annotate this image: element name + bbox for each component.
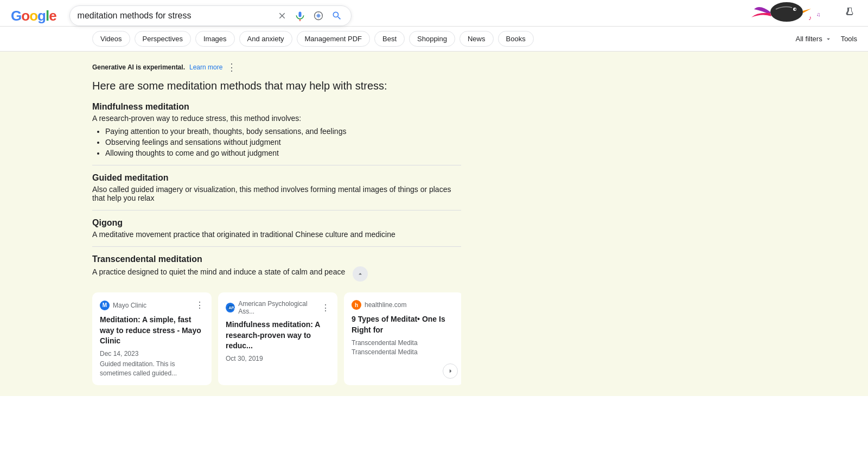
method-mindfulness: Mindfulness meditation A research-proven… (92, 102, 461, 157)
card-header-apa: APA American Psychological Ass... ⋮ (226, 300, 330, 315)
ai-title: Here are some meditation methods that ma… (92, 80, 857, 92)
source-snippet-healthline: Transcendental Medita Transcendental Med… (352, 339, 456, 357)
method-name-3: Qigong (92, 218, 461, 228)
source-more-mayo[interactable]: ⋮ (195, 300, 204, 310)
ai-experimental-text: Generative AI is experimental. (92, 63, 185, 71)
svg-point-5 (795, 9, 796, 10)
method-desc-4: A practice designed to quiet the mind an… (92, 267, 345, 276)
method-desc-2: Also called guided imagery or visualizat… (92, 185, 461, 202)
voice-search-button[interactable] (293, 9, 307, 22)
method-guided: Guided meditation Also called guided ima… (92, 173, 461, 202)
source-title-healthline: 9 Types of Meditat• One Is Right for (352, 314, 456, 335)
lab-icon[interactable] (844, 7, 857, 23)
tools-button[interactable]: Tools (841, 35, 857, 43)
list-item: Paying attention to your breath, thought… (105, 127, 461, 136)
learn-more-link[interactable]: Learn more (189, 63, 222, 71)
svg-point-2 (770, 2, 803, 22)
source-name-healthline: healthline.com (365, 301, 406, 309)
doodle-decoration: ♪ ♫ (738, 1, 825, 30)
method-list-1: Paying attention to your breath, thought… (92, 127, 461, 157)
source-date-apa: Oct 30, 2019 (226, 355, 330, 362)
chip-images[interactable]: Images (195, 31, 235, 47)
source-title-mayo: Meditation: A simple, fast way to reduce… (100, 315, 204, 347)
method-desc-1: A research-proven way to reduce stress, … (92, 114, 461, 123)
svg-marker-3 (803, 9, 811, 13)
search-bar: meditation methods for stress (69, 5, 352, 26)
source-card-apa[interactable]: APA American Psychological Ass... ⋮ Mind… (218, 292, 337, 385)
search-input[interactable]: meditation methods for stress (78, 11, 272, 21)
divider-2 (92, 210, 461, 210)
source-logo-icon-apa: APA (226, 303, 235, 312)
source-card-healthline[interactable]: h healthline.com 9 Types of Meditat• One… (344, 292, 461, 385)
list-item: Allowing thoughts to come and go without… (105, 149, 461, 157)
ai-more-button[interactable]: ⋮ (227, 62, 237, 72)
chip-best[interactable]: Best (374, 31, 405, 47)
svg-text:♪: ♪ (808, 14, 812, 22)
ai-section: Generative AI is experimental. Learn mor… (0, 52, 868, 396)
card-header-healthline: h healthline.com (352, 300, 456, 310)
method-name-1: Mindfulness meditation (92, 102, 461, 112)
ai-content: Mindfulness meditation A research-proven… (92, 102, 461, 385)
source-date-mayo: Dec 14, 2023 (100, 350, 204, 358)
method-desc-3: A meditative movement practice that orig… (92, 230, 461, 239)
source-name-apa: American Psychological Ass... (238, 300, 321, 315)
chip-management-pdf[interactable]: Management PDF (297, 31, 371, 47)
list-item: Observing feelings and sensations withou… (105, 138, 461, 146)
source-logo-icon-healthline: h (352, 300, 361, 310)
search-icons (276, 9, 343, 22)
divider-3 (92, 246, 461, 247)
svg-text:APA: APA (228, 306, 234, 310)
filter-right: All filters Tools (796, 35, 857, 47)
method-transcendental: Transcendental meditation A practice des… (92, 254, 461, 282)
svg-text:♫: ♫ (816, 11, 821, 17)
divider-1 (92, 165, 461, 165)
collapse-button[interactable] (353, 266, 368, 282)
chevron-up-icon (356, 270, 364, 278)
clear-button[interactable] (276, 10, 288, 22)
ai-experimental-notice: Generative AI is experimental. Learn mor… (92, 62, 857, 72)
chip-perspectives[interactable]: Perspectives (135, 31, 191, 47)
source-card-mayo[interactable]: M Mayo Clinic ⋮ Meditation: A simple, fa… (92, 292, 212, 385)
chip-news[interactable]: News (459, 31, 494, 47)
search-button[interactable] (330, 9, 343, 22)
chip-books[interactable]: Books (498, 31, 534, 47)
chip-shopping[interactable]: Shopping (409, 31, 455, 47)
chevron-right-icon (446, 367, 454, 375)
source-name-mayo: Mayo Clinic (113, 302, 146, 309)
header: Google meditation methods for stress (0, 0, 868, 27)
image-search-button[interactable] (312, 9, 325, 22)
chip-and-anxiety[interactable]: And anxiety (239, 31, 292, 47)
card-next-button[interactable] (443, 363, 458, 379)
method-name-4: Transcendental meditation (92, 254, 461, 264)
google-logo[interactable]: Google (11, 8, 56, 24)
source-title-apa: Mindfulness meditation: A research-prove… (226, 320, 330, 352)
source-logo-icon-mayo: M (100, 301, 110, 310)
method-qigong: Qigong A meditative movement practice th… (92, 218, 461, 239)
source-snippet-mayo: Guided meditation. This is sometimes cal… (100, 360, 204, 378)
source-cards: M Mayo Clinic ⋮ Meditation: A simple, fa… (92, 292, 461, 385)
chip-videos[interactable]: Videos (92, 31, 130, 47)
method-name-2: Guided meditation (92, 173, 461, 183)
filter-row: Videos Perspectives Images And anxiety M… (0, 27, 868, 52)
source-more-apa[interactable]: ⋮ (321, 303, 330, 313)
source-logo-apa: APA American Psychological Ass... (226, 300, 321, 315)
all-filters-button[interactable]: All filters (796, 35, 832, 43)
chevron-down-icon (825, 35, 832, 43)
card-header-mayo: M Mayo Clinic ⋮ (100, 300, 204, 310)
source-logo-healthline: h healthline.com (352, 300, 406, 310)
source-logo-mayo: M Mayo Clinic (100, 301, 146, 310)
